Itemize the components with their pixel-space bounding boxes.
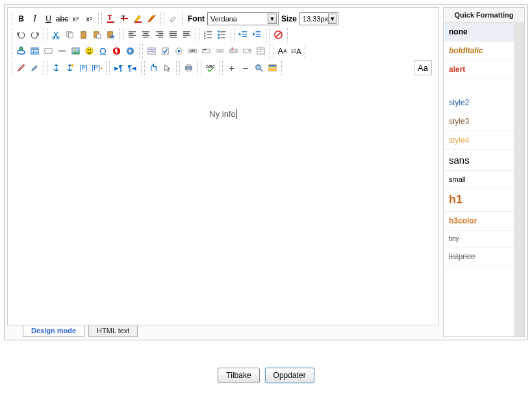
- back-button[interactable]: Tilbake: [218, 368, 259, 383]
- anchor2-button[interactable]: [63, 61, 77, 75]
- link-button[interactable]: [14, 44, 28, 58]
- svg-rect-27: [31, 48, 38, 50]
- svg-line-57: [260, 69, 262, 71]
- no-highlight-button[interactable]: [145, 12, 158, 25]
- quick-formatting-header: Quick Formatting: [444, 8, 524, 23]
- align-none-button[interactable]: [180, 28, 194, 42]
- svg-text:abl: abl: [190, 49, 196, 53]
- align-justify-button[interactable]: [166, 28, 180, 42]
- update-button[interactable]: Oppdater: [265, 368, 314, 383]
- qf-item-none[interactable]: none: [444, 23, 514, 42]
- spellcheck-button[interactable]: ABC: [203, 61, 217, 75]
- qf-item-style3[interactable]: style3: [444, 112, 514, 131]
- size-select[interactable]: 13.33px▼: [299, 12, 338, 25]
- tab-html-text[interactable]: HTML text: [88, 325, 138, 337]
- qf-item-h3color[interactable]: h3color: [444, 212, 514, 231]
- subscript-button[interactable]: x2: [69, 12, 82, 25]
- outdent-button[interactable]: [236, 28, 250, 42]
- align-left-button[interactable]: [125, 28, 139, 42]
- qf-item-tiny[interactable]: tiny: [444, 231, 514, 247]
- pointer-up-button[interactable]: [147, 61, 160, 75]
- anchor-button[interactable]: [49, 61, 63, 75]
- checkbox-button[interactable]: [158, 44, 172, 58]
- tab-design-mode[interactable]: Design mode: [23, 325, 84, 337]
- font-select[interactable]: Verdana▼: [207, 12, 279, 25]
- password-button[interactable]: **: [199, 44, 213, 58]
- table-button[interactable]: [28, 44, 42, 58]
- textfield-button[interactable]: abl: [186, 44, 199, 58]
- svg-rect-48: [232, 47, 233, 50]
- media-button[interactable]: [123, 44, 137, 58]
- font-size-button[interactable]: AA: [275, 44, 289, 58]
- bold-button[interactable]: B: [14, 12, 28, 25]
- content-text: Ny info: [209, 109, 236, 119]
- svg-rect-47: [230, 49, 237, 53]
- svg-text:T: T: [108, 14, 112, 21]
- eyedropper-button[interactable]: [14, 61, 28, 75]
- underline-button[interactable]: U: [42, 12, 55, 25]
- font-size2-button[interactable]: 12A: [289, 44, 303, 58]
- ltr-button[interactable]: ▸¶: [112, 61, 125, 75]
- svg-point-20: [218, 34, 220, 36]
- qf-item-h1[interactable]: h1: [444, 188, 514, 212]
- smiley-button[interactable]: [82, 44, 96, 58]
- button-input-button[interactable]: [227, 44, 240, 58]
- eraser-button[interactable]: [166, 12, 180, 25]
- scrollbar[interactable]: [514, 23, 524, 336]
- svg-point-56: [256, 65, 261, 70]
- quick-formatting-list: none boldItalic alert style2 style3 styl…: [444, 23, 514, 336]
- qf-item-listprice[interactable]: listprice: [444, 247, 514, 266]
- qf-item-style2[interactable]: style2: [444, 94, 514, 112]
- ordered-list-button[interactable]: 123: [201, 28, 215, 42]
- align-right-button[interactable]: [153, 28, 166, 42]
- cut-button[interactable]: [49, 28, 63, 42]
- indent-button[interactable]: [250, 28, 264, 42]
- paste-word-button[interactable]: W: [104, 28, 118, 42]
- superscript-button[interactable]: x2: [82, 12, 96, 25]
- remove-format-button[interactable]: [272, 28, 285, 42]
- print-button[interactable]: [182, 61, 196, 75]
- svg-text:ABC: ABC: [206, 64, 215, 69]
- radio-button[interactable]: [172, 44, 186, 58]
- fullscreen-button[interactable]: [266, 61, 279, 75]
- qf-item-style4[interactable]: style4: [444, 131, 514, 150]
- flash-button[interactable]: [110, 44, 123, 58]
- textarea-button[interactable]: [254, 44, 268, 58]
- undo-button[interactable]: [14, 28, 28, 42]
- qf-item-bolditalic[interactable]: boldItalic: [444, 42, 514, 60]
- image-button[interactable]: [69, 44, 82, 58]
- zoom-out-minus-button[interactable]: −: [238, 61, 252, 75]
- hidden-button[interactable]: abl: [213, 44, 227, 58]
- zoom-button[interactable]: [252, 61, 266, 75]
- unordered-list-button[interactable]: [215, 28, 229, 42]
- special-char-button[interactable]: Ω: [96, 44, 110, 58]
- aa-indicator: Aa: [414, 60, 432, 75]
- brush-button[interactable]: [28, 61, 42, 75]
- redo-button[interactable]: [28, 28, 42, 42]
- paste-button[interactable]: [77, 28, 90, 42]
- select-input-button[interactable]: [240, 44, 254, 58]
- qf-item-small[interactable]: small: [444, 171, 514, 188]
- strikethrough-button[interactable]: abc: [55, 12, 69, 25]
- qf-item-alert[interactable]: alert: [444, 60, 514, 79]
- paste-text-button[interactable]: [90, 28, 104, 42]
- strike-color-button[interactable]: T: [118, 12, 131, 25]
- editor-content[interactable]: Ny info: [8, 79, 438, 325]
- zoom-in-plus-button[interactable]: +: [225, 61, 238, 75]
- highlight-button[interactable]: [131, 12, 145, 25]
- italic-button[interactable]: I: [28, 12, 42, 25]
- form-button[interactable]: [145, 44, 158, 58]
- paragraph-marker-button[interactable]: [P]: [77, 61, 90, 75]
- size-label: Size: [281, 14, 297, 23]
- marquee-button[interactable]: [42, 44, 55, 58]
- svg-point-25: [19, 47, 23, 51]
- pointer-pick-button[interactable]: [160, 61, 174, 75]
- svg-rect-28: [45, 49, 52, 54]
- paragraph-marker2-button[interactable]: [P]●: [90, 61, 104, 75]
- text-color-button[interactable]: T: [104, 12, 118, 25]
- copy-button[interactable]: [63, 28, 77, 42]
- qf-item-sans[interactable]: sans: [444, 150, 514, 171]
- rtl-button[interactable]: ¶◂: [125, 61, 139, 75]
- hr-button[interactable]: [55, 44, 69, 58]
- align-center-button[interactable]: [139, 28, 153, 42]
